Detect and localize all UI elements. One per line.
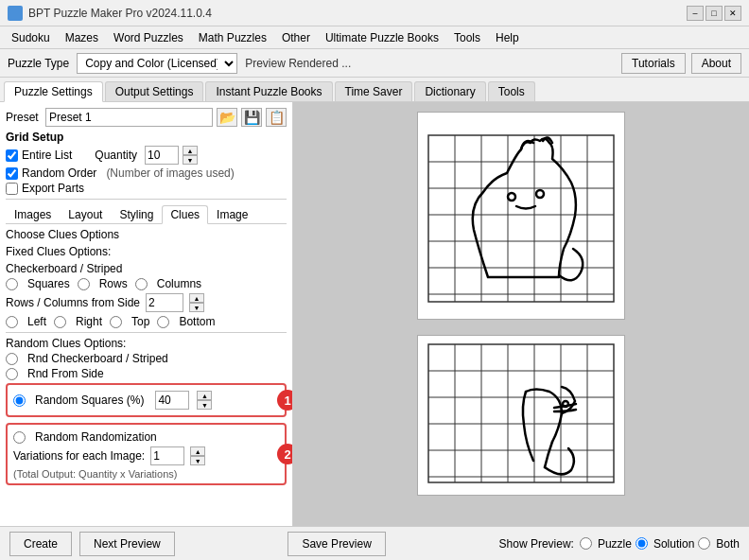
puzzle-preview-bottom <box>417 335 625 496</box>
sub-tab-images[interactable]: Images <box>6 205 60 224</box>
bottom-label: Bottom <box>179 315 215 328</box>
random-squares-radio[interactable] <box>13 394 26 407</box>
menu-tools[interactable]: Tools <box>446 29 488 46</box>
rnd-checkerboard-radio[interactable] <box>6 353 18 365</box>
rows-cols-input[interactable] <box>146 293 183 312</box>
quantity-down-button[interactable]: ▼ <box>183 155 198 165</box>
left-label: Left <box>27 315 46 328</box>
columns-label: Columns <box>157 277 201 290</box>
show-preview-group: Puzzle Solution Both <box>580 537 740 551</box>
menu-mazes[interactable]: Mazes <box>58 29 106 46</box>
rows-label: Rows <box>99 277 128 290</box>
about-button[interactable]: About <box>691 53 741 74</box>
bottom-bar: Create Next Preview Save Preview Show Pr… <box>0 526 749 560</box>
sub-tab-styling[interactable]: Styling <box>111 205 162 224</box>
random-randomization-radio[interactable] <box>13 431 26 444</box>
preset-row: Preset 📂 💾 📋 <box>6 108 287 127</box>
top-radio[interactable] <box>110 316 122 328</box>
rows-cols-label: Rows / Columns from Side <box>6 296 140 309</box>
tab-time-saver[interactable]: Time Saver <box>335 81 413 101</box>
window-controls: – □ ✕ <box>687 6 741 21</box>
right-label: Right <box>76 315 102 328</box>
quantity-label: Quantity <box>95 149 137 162</box>
left-radio[interactable] <box>6 316 18 328</box>
menu-math-puzzles[interactable]: Math Puzzles <box>191 29 274 46</box>
puzzle-svg-bottom <box>422 340 620 491</box>
tutorials-button[interactable]: Tutorials <box>621 53 686 74</box>
checkerboard-radio-row: Squares Rows Columns <box>6 277 287 290</box>
random-squares-box: Random Squares (%) ▲ ▼ 1 <box>6 383 287 417</box>
maximize-button[interactable]: □ <box>705 6 723 21</box>
preset-input[interactable] <box>45 108 213 127</box>
tab-dictionary[interactable]: Dictionary <box>414 81 485 101</box>
bottom-left: Create Next Preview <box>9 532 175 556</box>
sub-tab-clues[interactable]: Clues <box>162 205 208 224</box>
rnd-checkerboard-label: Rnd Checkerboard / Striped <box>27 352 168 365</box>
random-squares-input[interactable] <box>155 391 189 410</box>
right-radio[interactable] <box>54 316 66 328</box>
show-both-radio[interactable] <box>698 537 710 550</box>
random-order-row: Random Order (Number of images used) <box>6 166 287 180</box>
random-squares-up-button[interactable]: ▲ <box>197 391 212 400</box>
sub-tab-layout[interactable]: Layout <box>60 205 111 224</box>
clues-options-label: Choose Clues Options <box>6 228 287 241</box>
random-randomization-box: Random Randomization Variations for each… <box>6 423 287 485</box>
tab-tools[interactable]: Tools <box>488 81 535 101</box>
rows-radio[interactable] <box>78 278 90 290</box>
export-parts-checkbox[interactable] <box>6 183 18 195</box>
export-parts-label: Export Parts <box>22 182 84 195</box>
show-preview-label: Show Preview: <box>499 537 574 551</box>
menu-help[interactable]: Help <box>488 29 527 46</box>
show-solution-radio[interactable] <box>636 537 648 550</box>
fixed-clues-label: Fixed Clues Options: <box>6 245 287 258</box>
right-panel <box>293 102 749 526</box>
variations-label: Variations for each Image: <box>13 449 145 463</box>
squares-radio[interactable] <box>6 278 18 290</box>
rnd-from-side-label: Rnd From Side <box>27 367 104 380</box>
total-output-label: (Total Output: Quantity x Variations) <box>13 468 279 480</box>
preset-save-button[interactable]: 💾 <box>241 108 262 127</box>
puzzle-label: Puzzle <box>598 537 632 551</box>
sub-tab-image[interactable]: Image <box>208 205 256 224</box>
quantity-up-button[interactable]: ▲ <box>183 146 198 155</box>
num-images-label: (Number of images used) <box>106 166 234 180</box>
puzzle-type-select[interactable]: Copy and Color (Licensed) <box>77 53 237 74</box>
random-randomization-label: Random Randomization <box>35 430 157 444</box>
sub-tabs: Images Layout Styling Clues Image <box>6 205 287 224</box>
export-parts-row: Export Parts <box>6 182 287 195</box>
menu-sudoku[interactable]: Sudoku <box>4 29 58 46</box>
next-preview-button[interactable]: Next Preview <box>79 532 175 556</box>
tab-puzzle-settings[interactable]: Puzzle Settings <box>4 81 103 102</box>
menu-other[interactable]: Other <box>274 29 318 46</box>
menu-ultimate-puzzle-books[interactable]: Ultimate Puzzle Books <box>318 29 446 46</box>
bottom-radio[interactable] <box>157 316 169 328</box>
random-squares-down-button[interactable]: ▼ <box>197 400 212 410</box>
variations-input[interactable] <box>150 446 184 465</box>
columns-radio[interactable] <box>135 278 148 290</box>
close-button[interactable]: ✕ <box>724 6 741 21</box>
rnd-from-side-radio[interactable] <box>6 368 18 380</box>
preview-text: Preview Rendered ... <box>245 57 351 70</box>
preset-folder-button[interactable]: 📂 <box>217 108 237 127</box>
show-puzzle-radio[interactable] <box>580 537 592 550</box>
save-preview-center: Save Preview <box>287 532 385 556</box>
save-preview-button[interactable]: Save Preview <box>287 532 385 556</box>
menu-word-puzzles[interactable]: Word Puzzles <box>106 29 191 46</box>
toolbar-right: Tutorials About <box>621 53 741 74</box>
badge-1: 1 <box>277 390 293 411</box>
entire-list-checkbox[interactable] <box>6 149 18 162</box>
puzzle-preview-top <box>417 112 625 320</box>
create-button[interactable]: Create <box>9 532 72 556</box>
variations-up-button[interactable]: ▲ <box>190 446 205 456</box>
minimize-button[interactable]: – <box>687 6 704 21</box>
tab-output-settings[interactable]: Output Settings <box>105 81 204 101</box>
random-squares-label: Random Squares (%) <box>35 394 144 407</box>
quantity-input[interactable] <box>145 146 179 165</box>
rows-cols-down-button[interactable]: ▼ <box>189 303 204 312</box>
preset-saveas-button[interactable]: 📋 <box>266 108 287 127</box>
toolbar-left: Puzzle Type Copy and Color (Licensed) Pr… <box>8 53 351 74</box>
random-order-checkbox[interactable] <box>6 167 18 180</box>
tab-instant-puzzle-books[interactable]: Instant Puzzle Books <box>205 81 332 101</box>
variations-down-button[interactable]: ▼ <box>190 456 205 465</box>
rows-cols-up-button[interactable]: ▲ <box>189 293 204 303</box>
